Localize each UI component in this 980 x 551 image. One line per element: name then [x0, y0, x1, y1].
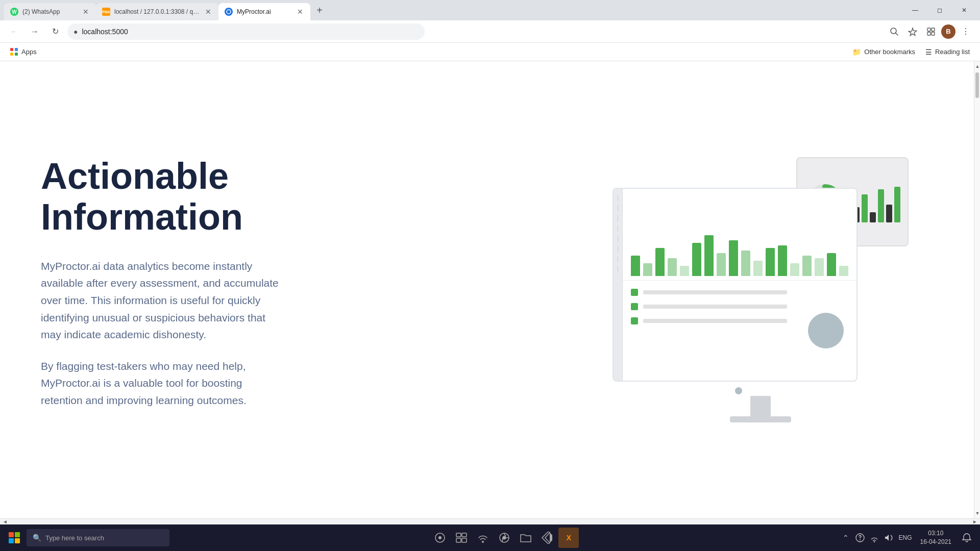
svg-point-15 — [482, 541, 484, 543]
taskbar-search-icon: 🔍 — [33, 534, 41, 542]
list-line-2 — [643, 305, 787, 309]
apps-dot-3 — [10, 53, 13, 56]
tray-chevron-icon[interactable]: ⌃ — [840, 532, 852, 544]
bar-13 — [778, 245, 787, 276]
extensions-button[interactable] — [923, 23, 939, 40]
tab-localhost-close[interactable]: ✕ — [204, 8, 212, 16]
bar-10 — [741, 251, 750, 276]
menu-button[interactable]: ⋮ — [958, 23, 974, 40]
tab-myproctor[interactable]: MyProctor.ai ✕ — [218, 3, 310, 20]
sidebar-row-3 — [618, 215, 618, 221]
mini-bar-chart — [853, 182, 900, 222]
bar-chart — [623, 189, 856, 281]
vertical-scrollbar[interactable]: ▲ ▼ — [974, 61, 980, 518]
horizontal-scrollbar[interactable]: ◄ ► — [0, 518, 980, 524]
list-line-1 — [643, 290, 787, 294]
tab-myproctor-close[interactable]: ✕ — [296, 8, 304, 16]
tray-lang-label[interactable]: ENG — [897, 532, 914, 544]
svg-point-0 — [227, 10, 231, 14]
list-item-row-3 — [631, 317, 787, 324]
tray-clock[interactable]: 03:10 16-04-2021 — [916, 529, 955, 546]
stand-neck — [750, 396, 771, 416]
system-tray: ⌃ ENG 03:10 16-04-2021 — [840, 529, 976, 547]
bar-14 — [790, 263, 799, 276]
paragraph1: MyProctor.ai data analytics become insta… — [41, 258, 286, 343]
taskbar: 🔍 Type here to search — [0, 524, 980, 551]
tab-whatsapp-close[interactable]: ✕ — [82, 8, 90, 16]
back-button[interactable]: ← — [6, 23, 22, 40]
apps-grid-icon — [10, 48, 18, 56]
cortana-icon[interactable] — [430, 528, 450, 548]
mini-bar-5 — [886, 205, 892, 222]
apps-button[interactable]: Apps — [6, 46, 41, 58]
bar-6 — [692, 243, 701, 276]
svg-point-17 — [503, 536, 506, 540]
tray-volume-icon[interactable] — [883, 532, 895, 544]
folder-icon: 📁 — [852, 48, 861, 56]
search-button[interactable] — [886, 23, 902, 40]
bar-16 — [815, 258, 824, 276]
forward-button[interactable]: → — [27, 23, 43, 40]
tray-date-display: 16-04-2021 — [920, 538, 951, 546]
sidebar-row-1 — [618, 195, 618, 201]
svg-line-19 — [502, 538, 503, 541]
bar-4 — [668, 258, 677, 276]
chrome-taskbar-icon[interactable] — [494, 528, 514, 548]
close-button[interactable]: ✕ — [952, 2, 976, 18]
reading-list[interactable]: ☰ Reading list — [921, 46, 974, 58]
svg-point-23 — [873, 541, 874, 542]
taskbar-search-text: Type here to search — [45, 534, 104, 542]
taskbar-icons: X — [172, 528, 838, 548]
explorer-taskbar-icon[interactable] — [516, 528, 536, 548]
url-bar[interactable]: ● localhost:5000 — [67, 23, 425, 40]
sidebar-row-4 — [618, 226, 618, 232]
whatsapp-favicon: W — [10, 8, 18, 16]
dash-sidebar — [614, 189, 623, 381]
dash-content — [623, 189, 856, 381]
taskbar-search[interactable]: 🔍 Type here to search — [27, 529, 169, 546]
scroll-down-arrow[interactable]: ▼ — [974, 508, 980, 518]
text-section: Actionable Information MyProctor.ai data… — [41, 156, 286, 423]
favorites-button[interactable] — [904, 23, 921, 40]
minimize-button[interactable]: — — [903, 2, 927, 18]
sidebar-row-5 — [618, 236, 618, 242]
monitor-stand — [730, 396, 791, 422]
scroll-right-arrow[interactable]: ► — [970, 519, 980, 525]
tab-localhost[interactable]: PMA localhost / 127.0.0.1:3308 / quiza ✕ — [96, 3, 218, 20]
tab-whatsapp[interactable]: W (2) WhatsApp ✕ — [4, 3, 96, 20]
tab-whatsapp-title: (2) WhatsApp — [22, 8, 78, 15]
svg-rect-14 — [462, 538, 467, 542]
task-view-icon[interactable] — [451, 528, 472, 548]
scroll-left-arrow[interactable]: ◄ — [0, 519, 10, 525]
maximize-button[interactable]: ◻ — [928, 2, 951, 18]
reading-list-icon: ☰ — [925, 48, 932, 56]
svg-rect-5 — [927, 32, 930, 35]
stand-base — [730, 416, 791, 422]
list-line-3 — [643, 319, 787, 323]
profile-avatar[interactable]: B — [941, 24, 955, 39]
new-tab-button[interactable]: + — [312, 3, 327, 17]
other-bookmarks[interactable]: 📁 Other bookmarks — [848, 46, 919, 58]
vscode-taskbar-icon[interactable] — [537, 528, 557, 548]
tray-network-icon[interactable] — [868, 532, 880, 544]
page-content: Actionable Information MyProctor.ai data… — [0, 61, 980, 518]
start-button[interactable] — [4, 528, 24, 548]
network-taskbar-icon[interactable] — [473, 528, 493, 548]
svg-rect-6 — [932, 32, 935, 35]
tray-help-icon[interactable] — [854, 532, 866, 544]
bar-17 — [827, 253, 836, 276]
bar-8 — [717, 253, 726, 276]
notification-button[interactable] — [958, 529, 976, 547]
dash-avatar — [795, 281, 856, 381]
sidebar-row-7 — [618, 256, 618, 262]
windows-logo — [9, 532, 20, 543]
xampp-taskbar-icon[interactable]: X — [558, 528, 579, 548]
scroll-up-arrow[interactable]: ▲ — [974, 61, 980, 71]
reload-button[interactable]: ↻ — [47, 23, 63, 40]
main-heading: Actionable Information — [41, 156, 286, 237]
avatar-circle — [808, 313, 844, 348]
scroll-thumb[interactable] — [975, 72, 979, 98]
monitor-container — [612, 157, 909, 422]
toolbar-right: B ⋮ — [886, 23, 974, 40]
heading-line2: Information — [41, 196, 243, 237]
